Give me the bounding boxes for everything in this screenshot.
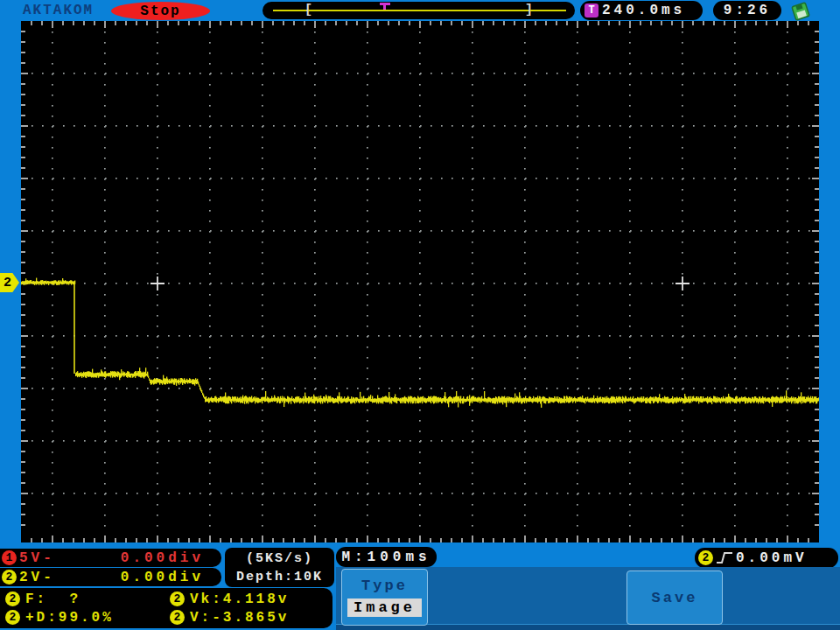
channel1-readout: 1 5V- 0.00div <box>0 549 221 567</box>
channel1-scale: 5V- <box>19 550 55 566</box>
timebase-value: M:100ms <box>341 550 430 565</box>
window-left-bracket: [ <box>304 3 312 18</box>
measurement-text: Vk:4.118v <box>190 592 289 607</box>
acquisition-readout: (5KS/s) Depth:10K <box>225 548 334 587</box>
measurement-text: +D:99.0% <box>25 610 114 626</box>
type-button-label: Type <box>361 578 408 594</box>
scope-canvas <box>21 21 819 542</box>
trigger-source-badge: 2 <box>698 550 713 565</box>
measurement-channel-badge: 2 <box>5 610 20 625</box>
timebase-readout: M:100ms <box>336 547 437 567</box>
measurements-panel: 2 F: ? 2 Vk:4.118v 2 +D:99.0% 2 V:-3.865… <box>0 588 332 628</box>
measurement-channel-badge: 2 <box>170 610 185 625</box>
channel2-scale: 2V- <box>19 570 55 585</box>
memory-depth-value: Depth:10K <box>236 568 323 586</box>
trigger-time-readout: T 240.0ms <box>580 1 703 20</box>
save-button-label: Save <box>652 590 698 606</box>
trigger-t-icon: T <box>584 4 598 18</box>
trigger-level-readout: 2 0.00mV <box>695 548 838 568</box>
rising-edge-icon <box>716 551 733 564</box>
measurement-text: V:-3.865v <box>190 610 289 626</box>
run-state-indicator: Stop <box>111 2 210 20</box>
trigger-position-line <box>273 10 566 11</box>
trigger-time-value: 240.0ms <box>602 3 685 18</box>
brand-logo: AKTAKOM <box>23 3 94 18</box>
trigger-marker-icon <box>380 3 390 5</box>
measurement-duty: 2 +D:99.0% <box>5 608 170 626</box>
trigger-position-bar: [ ] <box>262 2 575 19</box>
measurement-voltage: 2 V:-3.865v <box>170 608 332 626</box>
measurement-channel-badge: 2 <box>5 592 20 606</box>
measurement-channel-badge: 2 <box>170 592 185 606</box>
channel2-position: 0.00div <box>121 570 221 585</box>
channel2-badge: 2 <box>2 570 17 584</box>
channel2-position-marker-label: 2 <box>4 276 11 290</box>
channel1-position: 0.00div <box>121 550 221 566</box>
trigger-level-value: 0.00mV <box>736 550 808 566</box>
type-button-value: Image <box>347 598 422 617</box>
clock-readout: 9:26 <box>713 1 781 20</box>
measurement-text: F: ? <box>25 592 80 607</box>
channel2-readout: 2 2V- 0.00div <box>0 568 221 586</box>
measurement-vk: 2 Vk:4.118v <box>170 590 332 608</box>
window-right-bracket: ] <box>525 3 533 18</box>
type-button[interactable]: Type Image <box>341 569 428 626</box>
save-button[interactable]: Save <box>626 570 723 625</box>
measurement-frequency: 2 F: ? <box>5 590 170 608</box>
channel2-position-marker: 2 <box>0 273 19 292</box>
channel1-badge: 1 <box>2 550 17 565</box>
clock-value: 9:26 <box>724 3 771 18</box>
run-state-label: Stop <box>140 4 180 19</box>
sample-rate-value: (5KS/s) <box>246 550 313 568</box>
